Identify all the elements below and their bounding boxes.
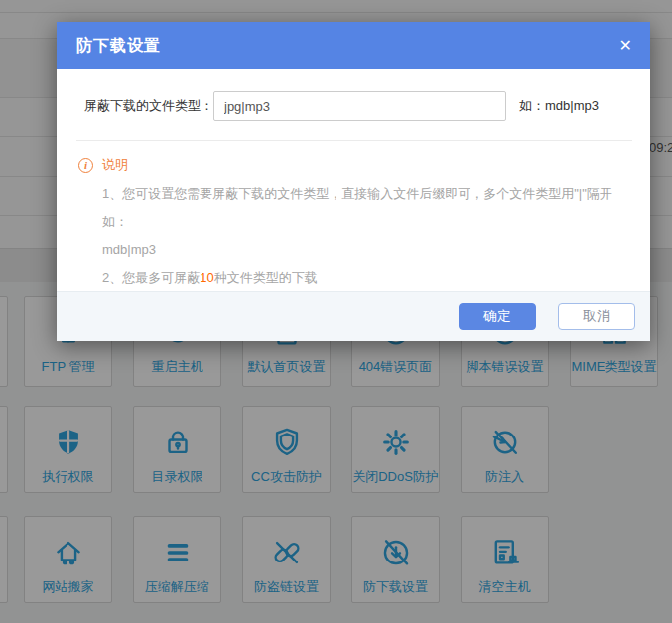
info-item-1-example: mdb|mp3 bbox=[102, 236, 620, 264]
dialog-body: 屏蔽下载的文件类型： 如：mdb|mp3 i 说明 1、您可设置您需要屏蔽下载的… bbox=[57, 69, 650, 292]
dialog-footer: 确定 取消 bbox=[57, 291, 650, 341]
close-icon[interactable]: ✕ bbox=[619, 38, 632, 54]
file-type-label: 屏蔽下载的文件类型： bbox=[84, 97, 213, 115]
info-section: i 说明 1、您可设置您需要屏蔽下载的文件类型，直接输入文件后缀即可，多个文件类… bbox=[57, 141, 650, 292]
file-type-example: 如：mdb|mp3 bbox=[519, 97, 599, 115]
file-type-form-row: 屏蔽下载的文件类型： 如：mdb|mp3 bbox=[57, 69, 650, 121]
confirm-button[interactable]: 确定 bbox=[459, 303, 536, 330]
file-type-input[interactable] bbox=[213, 91, 506, 121]
dialog-header: 防下载设置 ✕ bbox=[57, 22, 650, 69]
cancel-button[interactable]: 取消 bbox=[558, 303, 635, 330]
dialog-title: 防下载设置 bbox=[76, 36, 619, 57]
info-title: 说明 bbox=[102, 156, 128, 174]
info-header: i 说明 bbox=[78, 156, 620, 174]
info-item-2: 2、您最多可屏蔽10种文件类型的下载 bbox=[102, 264, 620, 292]
info-item-1: 1、您可设置您需要屏蔽下载的文件类型，直接输入文件后缀即可，多个文件类型用"|"… bbox=[102, 181, 620, 236]
info-list: 1、您可设置您需要屏蔽下载的文件类型，直接输入文件后缀即可，多个文件类型用"|"… bbox=[102, 181, 620, 292]
info-icon: i bbox=[78, 158, 93, 173]
anti-download-settings-dialog: 防下载设置 ✕ 屏蔽下载的文件类型： 如：mdb|mp3 i 说明 1、您可设置… bbox=[57, 22, 650, 341]
limit-count: 10 bbox=[200, 270, 213, 285]
